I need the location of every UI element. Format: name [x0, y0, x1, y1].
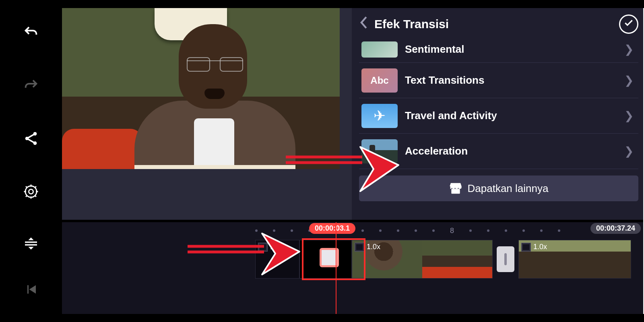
chevron-right-icon: ❯: [624, 109, 636, 122]
category-label: Acceleration: [405, 145, 468, 157]
upper-row: Efek Transisi Sentimental ❯: [62, 8, 643, 220]
share-icon: [23, 130, 39, 150]
category-thumbnail: ✈: [361, 104, 398, 128]
gear-icon: [23, 183, 39, 204]
transition-category-list[interactable]: Sentimental ❯ Abc Text Transitions ❯ ✈ T…: [359, 39, 638, 169]
store-icon: [449, 182, 462, 194]
film-icon: [258, 243, 268, 252]
svg-rect-6: [25, 244, 37, 245]
playhead[interactable]: [336, 222, 336, 314]
svg-rect-5: [25, 242, 37, 243]
category-label: Travel and Activity: [405, 109, 497, 122]
svg-point-3: [29, 189, 33, 194]
left-toolbar: [0, 8, 62, 314]
panel-header: Efek Transisi: [359, 12, 638, 36]
category-travel-activity[interactable]: ✈ Travel and Activity ❯: [359, 98, 638, 134]
jump-start-button[interactable]: [2, 268, 60, 314]
redo-icon: [23, 78, 39, 97]
chevron-right-icon: ❯: [624, 74, 636, 87]
clip-speed: 1.0x: [533, 243, 547, 251]
category-label: Text Transitions: [405, 74, 484, 87]
playhead-time-badge: 00:00:03.1: [309, 223, 355, 234]
get-more-label: Dapatkan lainnya: [468, 182, 549, 195]
timeline[interactable]: 8 00:00:03.1 00:00:37.24 1.0x 1.0x: [62, 222, 643, 314]
film-icon: [355, 243, 364, 252]
main-area: Efek Transisi Sentimental ❯: [62, 8, 644, 314]
chevron-right-icon: ❯: [624, 43, 636, 56]
clip-speed: 1.0x: [367, 243, 380, 251]
clip-track[interactable]: 1.0x 1.0x 1.0x: [255, 240, 631, 279]
category-thumbnail: [361, 41, 398, 58]
undo-button[interactable]: [2, 10, 60, 59]
clip-1[interactable]: 1.0x: [255, 240, 299, 279]
ruler-marker: 8: [450, 227, 454, 235]
transition-slot[interactable]: [497, 246, 514, 272]
svg-rect-7: [451, 189, 460, 194]
undo-icon: [23, 25, 39, 44]
back-button[interactable]: [359, 16, 368, 33]
transition-panel: Efek Transisi Sentimental ❯: [352, 8, 643, 220]
expand-icon: [23, 236, 39, 254]
redo-button[interactable]: [2, 63, 60, 111]
plane-icon: ✈: [374, 107, 386, 124]
video-preview[interactable]: [62, 8, 340, 169]
category-label: Sentimental: [405, 43, 464, 56]
clip-2[interactable]: 1.0x: [352, 240, 493, 279]
category-text-transitions[interactable]: Abc Text Transitions ❯: [359, 63, 638, 98]
expand-timeline-button[interactable]: [2, 222, 60, 268]
app-root: Efek Transisi Sentimental ❯: [0, 0, 644, 322]
confirm-button[interactable]: [619, 14, 638, 34]
film-icon: [521, 243, 531, 252]
skip-previous-icon: [24, 282, 38, 300]
chevron-right-icon: ❯: [624, 144, 636, 158]
share-button[interactable]: [2, 116, 60, 165]
category-thumbnail: [361, 139, 398, 163]
timeline-body[interactable]: 8 00:00:03.1 00:00:37.24 1.0x 1.0x: [62, 222, 643, 314]
category-acceleration[interactable]: Acceleration ❯: [359, 134, 638, 169]
clip-3[interactable]: 1.0x: [518, 240, 631, 279]
preview-pane: [62, 8, 352, 220]
toolbar-group-timeline: [2, 222, 60, 314]
category-thumbnail: Abc: [361, 68, 398, 93]
settings-button[interactable]: [2, 169, 60, 217]
toolbar-group-main: [2, 8, 60, 220]
panel-title: Efek Transisi: [374, 17, 449, 31]
get-more-button[interactable]: Dapatkan lainnya: [359, 175, 638, 201]
end-time-badge: 00:00:37.24: [590, 223, 641, 234]
check-icon: [623, 18, 634, 31]
clip-speed: 1.0x: [270, 243, 284, 251]
category-sentimental[interactable]: Sentimental ❯: [359, 39, 638, 63]
